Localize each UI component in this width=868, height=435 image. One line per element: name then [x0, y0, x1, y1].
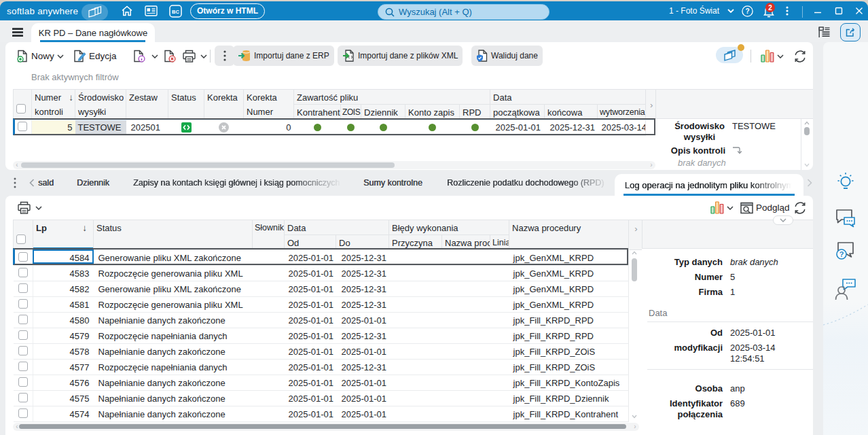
- edit-button[interactable]: Edycja: [73, 42, 117, 70]
- search-input[interactable]: Wyszukaj (Alt + Q): [378, 4, 549, 20]
- cell-od[interactable]: 2025-01-01: [285, 250, 336, 266]
- cell-wytworzenia[interactable]: 2025-03-14: [598, 120, 646, 136]
- cell-status[interactable]: Rozpoczęcie generowania pliku XML: [94, 266, 253, 281]
- cell-do[interactable]: 2025-01-01: [336, 406, 389, 422]
- cell-lp[interactable]: 4584: [33, 250, 94, 266]
- cell-linia[interactable]: [490, 250, 509, 266]
- cell-od[interactable]: 2025-01-01: [285, 360, 336, 375]
- cell-lp[interactable]: 4580: [33, 313, 94, 328]
- cell-status[interactable]: Generowanie pliku XML zakończone: [94, 281, 253, 297]
- col-dziennik[interactable]: Dziennik: [361, 105, 405, 120]
- cell-status[interactable]: Generowanie pliku XML zakończone: [94, 250, 253, 266]
- log-hscroll-thumb[interactable]: [19, 424, 626, 429]
- tabstrip-scroll-left[interactable]: [29, 170, 35, 196]
- cell-linia[interactable]: [490, 313, 509, 328]
- cell-status[interactable]: Napełnianie danych zakończone: [94, 391, 253, 406]
- company-selector[interactable]: 1 - Foto Świat: [669, 1, 734, 20]
- cell-status[interactable]: Napełnianie danych zakończone: [94, 375, 253, 391]
- cell-nazwa-proc[interactable]: [442, 313, 490, 328]
- cell-od[interactable]: 2025-01-01: [285, 313, 336, 328]
- col-koncowa[interactable]: końcowa: [545, 105, 598, 120]
- cell-lp[interactable]: 4577: [33, 360, 94, 375]
- form-layout-button[interactable]: [818, 27, 831, 38]
- cell-lp[interactable]: 4576: [33, 375, 94, 391]
- chart-button[interactable]: [761, 42, 784, 70]
- row-checkbox[interactable]: [18, 377, 28, 387]
- cell-proc[interactable]: jpk_Fill_KRPD_RPD: [509, 313, 629, 328]
- cell-do[interactable]: 2025-12-31: [336, 266, 389, 281]
- col-poczatkowa[interactable]: początkowa: [490, 105, 545, 120]
- open-in-html-button[interactable]: Otwórz w HTML: [194, 1, 261, 20]
- col-do[interactable]: Do: [336, 235, 389, 250]
- refresh-button[interactable]: [793, 42, 807, 70]
- col-linia[interactable]: Linia: [490, 235, 509, 250]
- col-group-data[interactable]: Data: [490, 90, 646, 105]
- support-chat-button[interactable]: [823, 278, 868, 301]
- col-od[interactable]: Od: [285, 235, 336, 250]
- cell-nazwa-proc[interactable]: [442, 297, 490, 313]
- cell-do[interactable]: 2025-12-31: [336, 360, 389, 375]
- row-checkbox[interactable]: [18, 299, 28, 309]
- doc-info-button[interactable]: [133, 42, 158, 70]
- cell-konto-zapis[interactable]: [405, 120, 460, 136]
- cell-proc[interactable]: jpk_Fill_KRPD_Dziennik: [509, 391, 629, 406]
- log-row[interactable]: 4580 Napełnianie danych zakończone 2025-…: [14, 313, 643, 328]
- cell-lp[interactable]: 4581: [33, 297, 94, 313]
- cell-od[interactable]: 2025-01-01: [285, 391, 336, 406]
- row-checkbox[interactable]: [18, 408, 28, 418]
- doc-delete-button[interactable]: [164, 42, 177, 70]
- cell-status[interactable]: [168, 120, 204, 136]
- cell-do[interactable]: 2025-01-01: [336, 391, 389, 406]
- cell-slownik[interactable]: [253, 250, 285, 266]
- cell-status[interactable]: Napełnianie danych zakończone: [94, 313, 253, 328]
- import-erp-button[interactable]: Importuj dane z ERP: [233, 46, 334, 66]
- cell-status[interactable]: Napełnianie danych zakończone: [94, 344, 253, 360]
- top-grid-row[interactable]: 5 TESTOWE 202501 0 2025-01-01 2025-12-31: [14, 120, 656, 136]
- cell-lp[interactable]: 4575: [33, 391, 94, 406]
- cell-zestaw[interactable]: 202501: [126, 120, 168, 136]
- cell-linia[interactable]: [490, 375, 509, 391]
- cell-od[interactable]: 2025-01-01: [285, 344, 336, 360]
- cell-slownik[interactable]: [253, 266, 285, 281]
- cell-do[interactable]: 2025-01-01: [336, 344, 389, 360]
- cell-przyczyna[interactable]: [389, 406, 442, 422]
- log-grid-hscrollbar[interactable]: ‹ ›: [13, 423, 639, 431]
- cell-slownik[interactable]: [253, 375, 285, 391]
- col-korekta-numer[interactable]: Korekta Numer: [244, 90, 294, 120]
- tab-sald[interactable]: sald: [38, 170, 54, 196]
- news-button[interactable]: [143, 1, 158, 20]
- col-konto-zapis[interactable]: Konto zapis: [405, 105, 460, 120]
- cell-linia[interactable]: [490, 297, 509, 313]
- tab-zapisy[interactable]: Zapisy na kontach księgi głównej i ksiąg…: [133, 170, 344, 196]
- cell-slownik[interactable]: [253, 313, 285, 328]
- chat-button[interactable]: [823, 208, 868, 230]
- cell-przyczyna[interactable]: [389, 250, 442, 266]
- cell-do[interactable]: 2025-12-31: [336, 281, 389, 297]
- tips-button[interactable]: [823, 172, 868, 190]
- row-checkbox[interactable]: [18, 283, 28, 293]
- grid-columns-chevron[interactable]: ›: [629, 220, 643, 250]
- tab-log-operacji[interactable]: Log operacji na jednolitym pliku kontrol…: [615, 174, 803, 196]
- col-przyczyna[interactable]: Przyczyna: [389, 235, 442, 250]
- col-numer-kontroli[interactable]: Numer kontroli↓: [32, 90, 75, 120]
- cell-od[interactable]: 2025-01-01: [285, 281, 336, 297]
- tab-rozliczenie[interactable]: Rozliczenie podatku dochodowego (RPD): [447, 170, 610, 196]
- cell-proc[interactable]: jpk_Fill_KRPD_Kontrahent: [509, 406, 629, 422]
- cell-proc[interactable]: jpk_GenXML_KRPD: [509, 297, 629, 313]
- row-checkbox[interactable]: [18, 330, 28, 340]
- cell-lp[interactable]: 4582: [33, 281, 94, 297]
- cell-rpd[interactable]: [460, 120, 490, 136]
- cell-nazwa-proc[interactable]: [442, 344, 490, 360]
- cell-status[interactable]: Rozpoczęcie napełniania danych: [94, 328, 253, 344]
- tab-kr-pd[interactable]: KR PD – Dane nagłówkowe: [31, 23, 155, 42]
- col-korekta[interactable]: Korekta: [204, 90, 244, 120]
- cell-od[interactable]: 2025-01-01: [285, 266, 336, 281]
- cell-do[interactable]: 2025-12-31: [336, 297, 389, 313]
- cell-od[interactable]: 2025-01-01: [285, 406, 336, 422]
- cell-przyczyna[interactable]: [389, 328, 442, 344]
- cell-przyczyna[interactable]: [389, 266, 442, 281]
- cell-linia[interactable]: [490, 328, 509, 344]
- cell-linia[interactable]: [490, 406, 509, 422]
- cell-przyczyna[interactable]: [389, 360, 442, 375]
- cell-slownik[interactable]: [253, 391, 285, 406]
